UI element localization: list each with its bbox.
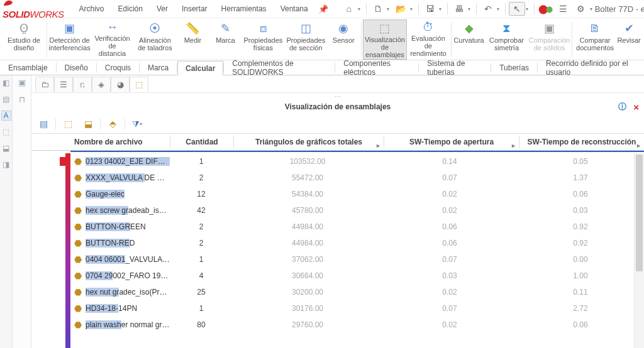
- fm-tab-4-icon[interactable]: ⬚: [1, 127, 11, 137]
- undo-icon[interactable]: ↶: [480, 2, 496, 16]
- save-icon[interactable]: 🖫: [422, 2, 438, 16]
- ptab-list-icon[interactable]: ☰: [54, 77, 73, 92]
- feature-manager-rail: ◧ ▤ A ⬚ ⬓ ◨: [0, 75, 13, 348]
- part-icon: ⬣: [74, 287, 82, 297]
- table-row[interactable]: ⬣0123 04002_EJE DIFERENCIAL...1103532.00…: [31, 153, 644, 170]
- cell-quantity: 12: [170, 190, 233, 198]
- ribbon-revisar[interactable]: ✔ Revisar: [616, 19, 641, 60]
- col-header-open-time[interactable]: SW-Tiempo de apertura▸: [384, 138, 519, 146]
- chevron-right-icon[interactable]: ▸: [637, 142, 640, 149]
- cell-rebuild-time: 1.00: [517, 271, 644, 280]
- ribbon-curvatura[interactable]: ◆ Curvatura: [453, 19, 486, 60]
- table-row[interactable]: ⬣0404 06001_VALVULA DE DIR...137062.000.…: [31, 251, 644, 268]
- tab-marca[interactable]: Marca: [140, 60, 177, 75]
- tab-tuberias[interactable]: Tuberías: [491, 60, 537, 75]
- table-row[interactable]: ⬣Gauge-elec1254384.000.020.06: [31, 186, 644, 202]
- filter-btn1-icon[interactable]: ⬚: [60, 116, 76, 131]
- menu-edicion[interactable]: Edición: [112, 3, 149, 15]
- ribbon-marca[interactable]: ✎ Marca: [209, 19, 242, 60]
- table-row[interactable]: ⬣plain washer normal grade a...8029760.0…: [31, 317, 644, 333]
- col-header-triangles[interactable]: Triángulos de gráficos totales▸: [234, 138, 384, 146]
- filename-text: 0704 29002_FARO 19869-elec: [86, 271, 170, 280]
- table-row[interactable]: ⬣BUTTON-RED244984.000.060.92: [31, 235, 644, 251]
- overflow-indicator: ⋯: [31, 93, 644, 99]
- fm-tab-3-icon[interactable]: A: [1, 111, 11, 121]
- pin-icon[interactable]: 📌: [318, 4, 328, 14]
- panel-close-icon[interactable]: ×: [633, 102, 639, 112]
- col-header-rebuild-time[interactable]: SW-Tiempo de reconstrucción▸: [519, 138, 644, 146]
- filter-funnel-icon[interactable]: ⧩▾: [129, 116, 145, 131]
- markup-icon: ✎: [218, 21, 233, 36]
- col-header-name[interactable]: Nombre de archivo: [31, 138, 170, 146]
- home-icon[interactable]: ⌂: [341, 2, 357, 16]
- ptab-viz-icon[interactable]: ⬚: [130, 77, 148, 92]
- command-tabs: Ensamblaje Diseño Croquis Marca Calcular…: [0, 60, 644, 75]
- menu-herramientas[interactable]: Herramientas: [215, 3, 273, 15]
- ribbon-visualizacion-ensamblajes[interactable]: ⬚ Visualización de ensamblajes: [363, 19, 407, 60]
- table-body: ⬣0123 04002_EJE DIFERENCIAL...1103532.00…: [31, 153, 644, 348]
- menu-archivo[interactable]: Archivo: [73, 3, 111, 15]
- chevron-right-icon[interactable]: ▸: [512, 142, 515, 149]
- menu-insertar[interactable]: Insertar: [175, 3, 214, 15]
- ptab-pie-icon[interactable]: ◕: [111, 77, 130, 92]
- panel-filterbar: ▤ ⬚ ⬓ ⬘ ⧩▾: [31, 114, 644, 133]
- ribbon-simetria[interactable]: ⧗ Comprobar simetría: [486, 19, 528, 60]
- table-row[interactable]: ⬣hex screw gradeab_iso(Previ...4245780.0…: [31, 202, 644, 219]
- ribbon-comparar-documentos[interactable]: 🗎 Comparar documentos: [574, 19, 616, 60]
- filter-btn2-icon[interactable]: ⬓: [80, 116, 96, 131]
- cell-filename: ⬣plain washer normal grade a...: [31, 320, 170, 330]
- fm-tab-1-icon[interactable]: ◧: [1, 78, 11, 88]
- ribbon-rendimiento[interactable]: ⏱ Evaluación de rendimiento: [407, 19, 450, 60]
- menu-ventana[interactable]: Ventana: [274, 3, 314, 15]
- tab-calcular[interactable]: Calcular: [177, 61, 223, 75]
- sensor-icon: ◉: [336, 21, 351, 36]
- vertical-scrollbar[interactable]: [634, 153, 644, 348]
- options-list-icon[interactable]: ☰: [555, 2, 572, 16]
- fm-tab-5-icon[interactable]: ⬓: [1, 143, 11, 153]
- ribbon-propiedades-seccion[interactable]: ◫ Propiedades de sección: [284, 19, 327, 60]
- table-row[interactable]: ⬣BUTTON-GREEN244984.000.060.92: [31, 219, 644, 235]
- table-row[interactable]: ⬣0704 29002_FARO 19869-elec430664.000.03…: [31, 268, 644, 284]
- ptab-display-icon[interactable]: ◈: [92, 77, 111, 92]
- distance-icon: ↔: [105, 21, 120, 34]
- settings-gear-icon[interactable]: ⚙: [573, 2, 589, 16]
- ptab-config-icon[interactable]: ⎌: [73, 77, 92, 92]
- panel-title: Visualización de ensamblajes: [285, 102, 391, 111]
- open-doc-icon[interactable]: 📂: [393, 2, 409, 16]
- ribbon: ʘ̤ Estudio de diseño ▣ Detección de inte…: [0, 18, 644, 60]
- print-icon[interactable]: 🖶: [451, 2, 467, 16]
- new-doc-icon[interactable]: 🗋: [370, 2, 386, 16]
- col-header-qty[interactable]: Cantidad: [170, 138, 233, 146]
- filter-flat-nested-icon[interactable]: ▤: [35, 116, 52, 131]
- scrollbar-thumb[interactable]: [636, 155, 643, 271]
- filename-text: hex screw gradeab_iso(Previ...: [86, 206, 170, 215]
- table-row[interactable]: ⬣hex nut gradec_iso(PreviewCf...2530200.…: [31, 284, 644, 300]
- tab-diseno[interactable]: Diseño: [57, 60, 96, 75]
- ribbon-taladros[interactable]: ⦿ Alineación de taladros: [133, 19, 176, 60]
- ribbon-distancia[interactable]: ↔ Verificación de distancia: [91, 19, 134, 60]
- ribbon-propiedades-fisicas[interactable]: ⧈ Propiedades físicas: [242, 19, 284, 60]
- fm2-b-icon[interactable]: ⊓: [19, 95, 25, 104]
- menu-ver[interactable]: Ver: [150, 3, 174, 15]
- select-cursor-icon[interactable]: ↖: [509, 2, 525, 16]
- fm-tab-6-icon[interactable]: ◨: [1, 160, 11, 170]
- ribbon-medir[interactable]: 📏 Medir: [176, 19, 209, 60]
- cell-rebuild-time: 0.06: [517, 190, 644, 198]
- tab-croquis[interactable]: Croquis: [97, 60, 139, 75]
- filter-btn3-icon[interactable]: ⬘: [104, 116, 121, 131]
- fm-tab-2-icon[interactable]: ▤: [1, 94, 11, 104]
- ribbon-interferencias[interactable]: ▣ Detección de interferencias: [48, 19, 91, 60]
- fm2-a-icon[interactable]: ▣: [18, 78, 26, 87]
- chevron-right-icon[interactable]: ▸: [377, 142, 380, 149]
- quick-access-toolbar: ⌂▾ 🗋▾ 📂▾ 🖫▾ 🖶▾ ↶▾ ↖▾ ⬤⬤ ☰ ⚙▾: [341, 2, 595, 16]
- ribbon-sensor[interactable]: ◉ Sensor: [327, 19, 360, 60]
- tab-ensamblaje[interactable]: Ensamblaje: [0, 60, 56, 75]
- traffic-light-icon[interactable]: ⬤⬤: [538, 2, 554, 16]
- cell-quantity: 1: [170, 157, 233, 166]
- table-row[interactable]: ⬣XXXX_VALVULA DE DIRECCIO...255472.000.0…: [31, 170, 644, 186]
- ribbon-estudio-diseno[interactable]: ʘ̤ Estudio de diseño: [3, 19, 45, 60]
- ptab-tree-icon[interactable]: 🗀: [35, 77, 54, 92]
- panel-help-icon[interactable]: ⓘ: [618, 101, 626, 112]
- study-icon: ʘ̤: [16, 21, 31, 36]
- table-row[interactable]: ⬣HD34-18-14PN130176.000.072.72: [31, 300, 644, 317]
